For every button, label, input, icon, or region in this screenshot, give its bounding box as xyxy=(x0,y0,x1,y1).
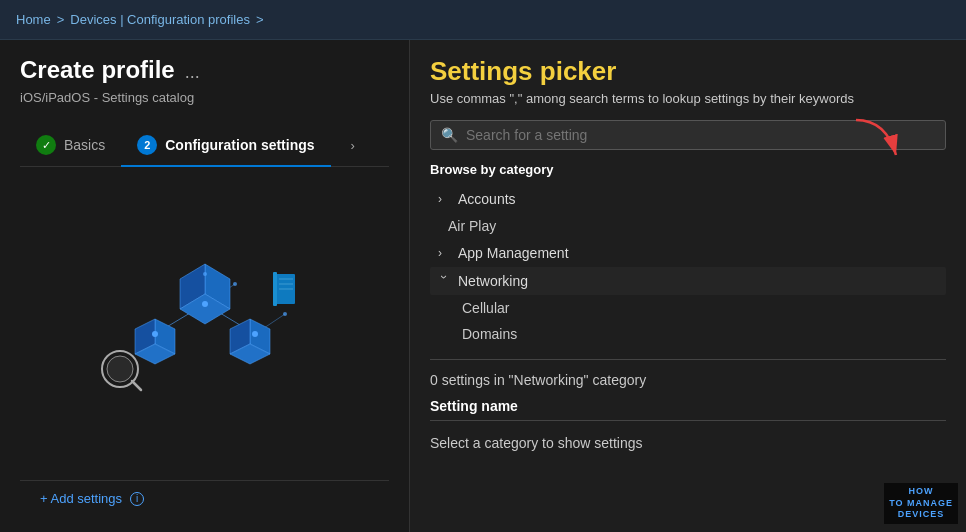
search-input[interactable] xyxy=(466,127,935,143)
tab-config-label: Configuration settings xyxy=(165,137,314,153)
page-title: Create profile xyxy=(20,56,175,84)
category-domains[interactable]: Domains xyxy=(430,321,946,347)
divider xyxy=(430,359,946,360)
accounts-label: Accounts xyxy=(458,191,516,207)
browse-by-category-label: Browse by category xyxy=(430,162,946,177)
bottom-bar: + Add settings i xyxy=(20,480,389,516)
svg-point-27 xyxy=(233,282,237,286)
setting-name-header: Setting name xyxy=(430,398,946,421)
settings-picker-panel: Settings picker Use commas "," among sea… xyxy=(410,40,966,532)
select-category-text: Select a category to show settings xyxy=(430,429,946,457)
left-panel: Create profile ... iOS/iPadOS - Settings… xyxy=(0,40,410,532)
breadcrumb-section[interactable]: Devices | Configuration profiles xyxy=(70,12,250,27)
page-subtitle: iOS/iPadOS - Settings catalog xyxy=(20,90,389,105)
tab-basics-label: Basics xyxy=(64,137,105,153)
basics-check-icon: ✓ xyxy=(36,135,56,155)
category-app-management[interactable]: › App Management xyxy=(430,239,946,267)
watermark-how: HOW xyxy=(909,486,934,496)
watermark: HOW TO MANAGE DEVICES xyxy=(884,483,958,524)
tab-basics[interactable]: ✓ Basics xyxy=(20,125,121,167)
breadcrumb-sep2: > xyxy=(256,12,264,27)
svg-line-22 xyxy=(132,381,141,390)
page-title-ellipsis: ... xyxy=(185,62,200,83)
appmanagement-label: App Management xyxy=(458,245,569,261)
svg-point-25 xyxy=(252,331,258,337)
illustration-svg xyxy=(75,234,335,414)
svg-point-23 xyxy=(202,301,208,307)
category-list: › Accounts Air Play › App Management › N… xyxy=(430,185,946,347)
watermark-devices: DEVICES xyxy=(898,509,945,519)
search-icon: 🔍 xyxy=(441,127,458,143)
networking-label: Networking xyxy=(458,273,528,289)
accounts-expand-icon: › xyxy=(438,192,450,206)
illustration-area xyxy=(20,167,389,480)
config-step-icon: 2 xyxy=(137,135,157,155)
breadcrumb-home[interactable]: Home xyxy=(16,12,51,27)
networking-expand-icon: › xyxy=(437,275,451,287)
svg-point-24 xyxy=(152,331,158,337)
picker-subtitle: Use commas "," among search terms to loo… xyxy=(430,91,946,106)
category-cellular[interactable]: Cellular xyxy=(430,295,946,321)
picker-title: Settings picker xyxy=(430,56,946,87)
breadcrumb-sep1: > xyxy=(57,12,65,27)
airplay-label: Air Play xyxy=(448,218,496,234)
category-airplay[interactable]: Air Play xyxy=(430,213,946,239)
add-settings-info-icon[interactable]: i xyxy=(130,492,144,506)
search-wrapper: 🔍 xyxy=(430,120,946,162)
cellular-label: Cellular xyxy=(462,300,509,316)
main-area: Create profile ... iOS/iPadOS - Settings… xyxy=(0,40,966,532)
domains-label: Domains xyxy=(462,326,517,342)
breadcrumb: Home > Devices | Configuration profiles … xyxy=(0,0,966,40)
svg-point-28 xyxy=(283,312,287,316)
svg-point-26 xyxy=(203,272,207,276)
tabs-bar: ✓ Basics 2 Configuration settings › xyxy=(20,125,389,167)
tab-partial[interactable]: › xyxy=(331,128,371,165)
category-networking[interactable]: › Networking xyxy=(430,267,946,295)
svg-point-21 xyxy=(107,356,133,382)
search-box[interactable]: 🔍 xyxy=(430,120,946,150)
add-settings-button[interactable]: + Add settings xyxy=(40,491,122,506)
settings-count: 0 settings in "Networking" category xyxy=(430,372,946,388)
tab-partial-icon: › xyxy=(351,138,355,153)
svg-rect-16 xyxy=(273,272,277,306)
category-accounts[interactable]: › Accounts xyxy=(430,185,946,213)
appmanagement-expand-icon: › xyxy=(438,246,450,260)
tab-config-settings[interactable]: 2 Configuration settings xyxy=(121,125,330,167)
watermark-tomanage: TO MANAGE xyxy=(889,498,953,508)
